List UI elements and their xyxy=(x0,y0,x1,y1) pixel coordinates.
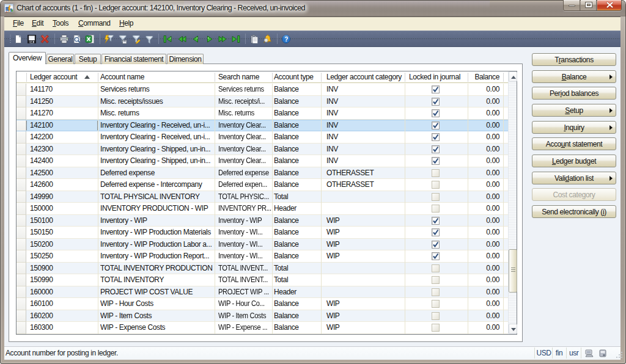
svg-text:?: ? xyxy=(284,36,288,43)
